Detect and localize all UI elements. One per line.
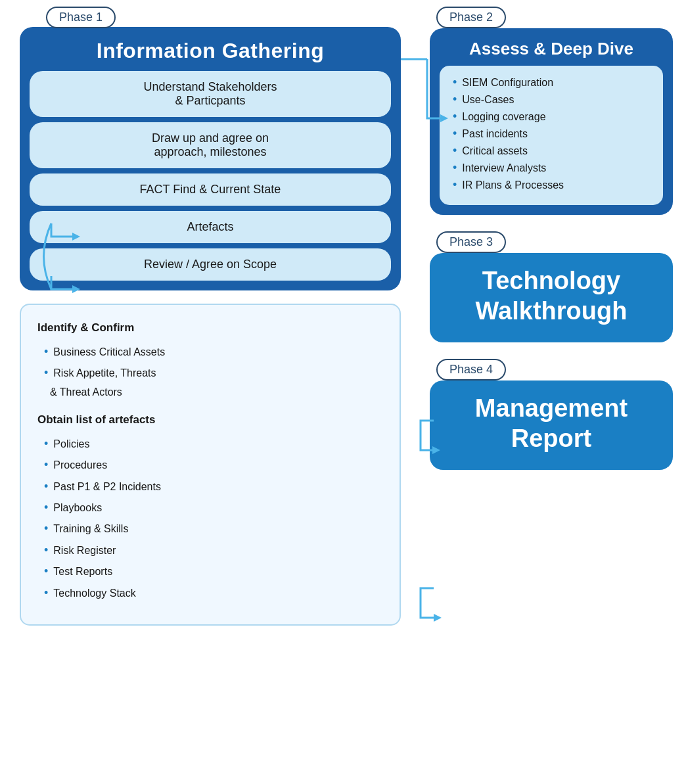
phase3-box: TechnologyWalkthrough bbox=[430, 253, 673, 342]
phase3-title: TechnologyWalkthrough bbox=[443, 266, 660, 326]
right-column: Phase 2 Assess & Deep Dive SIEM Configur… bbox=[430, 7, 673, 470]
phase2-badge: Phase 2 bbox=[436, 7, 506, 28]
phase4-title: ManagementReport bbox=[443, 394, 660, 453]
phase1-badge: Phase 1 bbox=[46, 7, 116, 28]
list-item: Technology Stack bbox=[44, 582, 383, 603]
phase4-box: ManagementReport bbox=[430, 380, 673, 470]
phase2-list: SIEM Configuration Use-Cases Logging cov… bbox=[453, 76, 650, 192]
list-item: Risk Register bbox=[44, 540, 383, 561]
list-item: Logging coverage bbox=[453, 110, 650, 124]
left-column: Phase 1 Information Gathering Understand… bbox=[20, 7, 401, 626]
list-item: Interview Analysts bbox=[453, 161, 650, 175]
phase1-title: Information Gathering bbox=[30, 34, 391, 71]
phase2-items: SIEM Configuration Use-Cases Logging cov… bbox=[440, 66, 663, 205]
diagram-container: Phase 1 Information Gathering Understand… bbox=[0, 0, 686, 784]
phase2-box: Assess & Deep Dive SIEM Configuration Us… bbox=[430, 28, 673, 215]
list-item: Test Reports bbox=[44, 561, 383, 582]
list-item: Use-Cases bbox=[453, 93, 650, 106]
phase3-wrapper: Phase 3 TechnologyWalkthrough bbox=[430, 231, 673, 342]
phase4-badge: Phase 4 bbox=[436, 359, 506, 380]
info-box: Identify & Confirm Business Critical Ass… bbox=[20, 304, 401, 626]
list-item: Business Critical Assets bbox=[44, 341, 383, 362]
phase1-box: Information Gathering Understand Stakeho… bbox=[20, 27, 401, 290]
list-item: Training & Skills bbox=[44, 518, 383, 539]
info-section2-title: Obtain list of artefacts bbox=[37, 410, 383, 430]
phase1-item-5: Review / Agree on Scope bbox=[30, 248, 391, 281]
phase3-badge: Phase 3 bbox=[436, 231, 506, 253]
svg-marker-5 bbox=[434, 614, 442, 622]
list-item: Past P1 & P2 Incidents bbox=[44, 476, 383, 497]
phase1-item-3: FACT Find & Current State bbox=[30, 173, 391, 206]
phase1-item-4: Artefacts bbox=[30, 211, 391, 243]
list-item: Playbooks bbox=[44, 497, 383, 518]
info-section1-list: Business Critical Assets Risk Appetite, … bbox=[37, 341, 383, 403]
phase1-item-1: Understand Stakeholders& Particpants bbox=[30, 71, 391, 117]
phase2-title: Assess & Deep Dive bbox=[440, 35, 663, 66]
list-item: Risk Appetite, Threats & Threat Actors bbox=[44, 362, 383, 402]
phase1-item-2: Draw up and agree onapproach, milestones bbox=[30, 122, 391, 168]
list-item: IR Plans & Processes bbox=[453, 178, 650, 192]
phase4-wrapper: Phase 4 ManagementReport bbox=[430, 359, 673, 470]
list-item: Policies bbox=[44, 433, 383, 454]
info-section1-title: Identify & Confirm bbox=[37, 318, 383, 338]
info-section2-list: Policies Procedures Past P1 & P2 Inciden… bbox=[37, 433, 383, 603]
list-item: SIEM Configuration bbox=[453, 76, 650, 89]
list-item: Past incidents bbox=[453, 127, 650, 141]
list-item: Procedures bbox=[44, 454, 383, 475]
list-item: Critical assets bbox=[453, 144, 650, 158]
